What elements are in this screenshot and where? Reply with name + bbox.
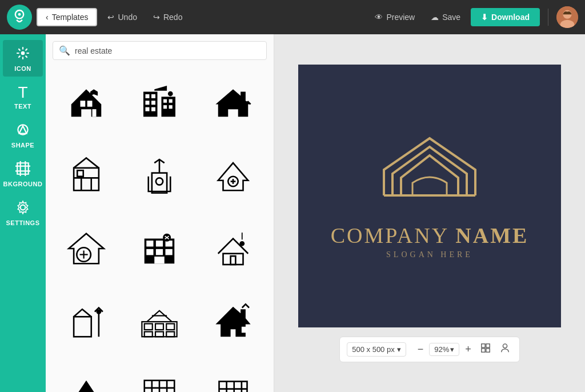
svg-rect-12 bbox=[81, 101, 86, 107]
layout-button[interactable] bbox=[498, 341, 512, 358]
slogan-text: SLOGAN HERE bbox=[331, 250, 529, 259]
svg-rect-107 bbox=[482, 348, 485, 351]
sidebar-item-text[interactable]: T TEXT bbox=[3, 79, 43, 114]
chevron-down-icon: ▾ bbox=[397, 345, 401, 354]
svg-rect-19 bbox=[146, 101, 150, 105]
svg-rect-14 bbox=[93, 109, 97, 117]
list-item[interactable] bbox=[126, 141, 193, 209]
svg-rect-17 bbox=[146, 94, 150, 98]
preview-button[interactable]: 👁 Preview bbox=[369, 9, 420, 25]
sidebar-item-settings[interactable]: SETTINGS bbox=[3, 194, 43, 231]
svg-rect-21 bbox=[146, 107, 150, 111]
svg-point-51 bbox=[239, 241, 245, 246]
sidebar-background-label: BKGROUND bbox=[3, 181, 43, 187]
templates-label: Templates bbox=[52, 13, 89, 22]
sidebar-shape-label: SHAPE bbox=[11, 142, 34, 149]
company-name-thin: COMPANY bbox=[331, 223, 456, 247]
list-item[interactable] bbox=[53, 141, 120, 209]
list-item[interactable] bbox=[199, 68, 267, 135]
background-icon bbox=[15, 161, 30, 178]
zoom-in-button[interactable]: + bbox=[463, 343, 474, 355]
save-label: Save bbox=[442, 13, 460, 22]
redo-icon: ↪ bbox=[153, 13, 160, 22]
redo-label: Redo bbox=[163, 13, 182, 22]
redo-button[interactable]: ↪ Redo bbox=[147, 9, 188, 25]
sidebar-text-label: TEXT bbox=[14, 103, 31, 110]
list-item[interactable] bbox=[126, 288, 193, 355]
list-item[interactable] bbox=[53, 361, 120, 392]
download-button[interactable]: ⬇ Download bbox=[471, 8, 540, 26]
svg-rect-25 bbox=[163, 105, 167, 109]
svg-rect-62 bbox=[242, 327, 248, 333]
svg-rect-59 bbox=[145, 332, 153, 337]
svg-rect-52 bbox=[74, 317, 91, 337]
sidebar-item-shape[interactable]: SHAPE bbox=[3, 117, 43, 153]
svg-rect-45 bbox=[166, 249, 173, 255]
size-selector[interactable]: 500 x 500 px ▾ bbox=[347, 342, 406, 357]
svg-point-27 bbox=[168, 91, 173, 97]
list-item[interactable] bbox=[126, 68, 193, 135]
list-item[interactable] bbox=[199, 215, 267, 282]
search-bar: 🔍 bbox=[53, 41, 267, 60]
company-name-area: COMPANY NAME SLOGAN HERE bbox=[331, 223, 529, 259]
main-area: ICON T TEXT SHAPE bbox=[0, 34, 585, 392]
svg-rect-46 bbox=[155, 257, 165, 263]
svg-point-32 bbox=[156, 178, 163, 185]
svg-rect-73 bbox=[219, 381, 247, 392]
svg-marker-63 bbox=[71, 380, 102, 392]
list-item[interactable] bbox=[126, 215, 193, 282]
canvas-container[interactable]: COMPANY NAME SLOGAN HERE bbox=[298, 65, 561, 327]
svg-rect-30 bbox=[77, 170, 83, 177]
list-item[interactable] bbox=[199, 141, 267, 209]
list-item[interactable] bbox=[53, 68, 120, 135]
svg-rect-23 bbox=[163, 99, 167, 103]
svg-rect-44 bbox=[156, 249, 163, 255]
zoom-value-display[interactable]: 92% ▾ bbox=[429, 343, 459, 356]
sidebar-item-background[interactable]: BKGROUND bbox=[3, 155, 43, 192]
save-button[interactable]: ☁ Save bbox=[425, 9, 466, 25]
sidebar-item-icon[interactable]: ICON bbox=[3, 40, 43, 77]
text-icon: T bbox=[18, 85, 27, 101]
search-icon: 🔍 bbox=[59, 45, 70, 56]
svg-point-5 bbox=[21, 51, 25, 55]
undo-button[interactable]: ↩ Undo bbox=[102, 9, 142, 25]
star-icon bbox=[15, 46, 30, 63]
svg-rect-56 bbox=[145, 324, 153, 330]
search-input[interactable] bbox=[75, 46, 261, 55]
svg-point-28 bbox=[246, 101, 249, 104]
topbar: ‹ Templates ↩ Undo ↪ Redo 👁 Preview ☁ Sa… bbox=[0, 0, 585, 34]
svg-point-1 bbox=[18, 13, 21, 16]
svg-rect-20 bbox=[151, 101, 155, 105]
svg-rect-22 bbox=[151, 107, 155, 111]
zoom-chevron-icon: ▾ bbox=[450, 345, 454, 354]
svg-rect-40 bbox=[147, 241, 154, 247]
zoom-label: 92% bbox=[434, 345, 449, 354]
chevron-left-icon: ‹ bbox=[46, 13, 49, 22]
svg-rect-26 bbox=[169, 105, 173, 109]
list-item[interactable] bbox=[53, 288, 120, 355]
list-item[interactable] bbox=[199, 361, 267, 392]
topbar-divider bbox=[548, 9, 548, 26]
app-logo[interactable] bbox=[7, 5, 32, 30]
svg-rect-105 bbox=[482, 343, 485, 347]
undo-label: Undo bbox=[118, 13, 137, 22]
list-item[interactable] bbox=[53, 215, 120, 282]
gear-icon bbox=[15, 200, 30, 217]
undo-icon: ↩ bbox=[107, 13, 114, 22]
list-item[interactable] bbox=[199, 288, 267, 355]
zoom-out-button[interactable]: − bbox=[415, 343, 426, 355]
svg-rect-106 bbox=[486, 343, 490, 347]
grid-button[interactable] bbox=[478, 341, 493, 358]
sidebar-icon-label: ICON bbox=[14, 65, 31, 72]
icon-grid bbox=[53, 68, 267, 392]
svg-rect-13 bbox=[87, 101, 93, 107]
svg-rect-18 bbox=[151, 94, 155, 98]
logo-graphic bbox=[372, 133, 487, 213]
save-icon: ☁ bbox=[431, 13, 439, 22]
svg-rect-41 bbox=[156, 241, 163, 247]
list-item[interactable] bbox=[126, 361, 193, 392]
download-label: Download bbox=[491, 13, 530, 22]
avatar[interactable] bbox=[556, 6, 578, 28]
templates-button[interactable]: ‹ Templates bbox=[37, 8, 97, 26]
icon-panel: 🔍 bbox=[46, 34, 274, 392]
